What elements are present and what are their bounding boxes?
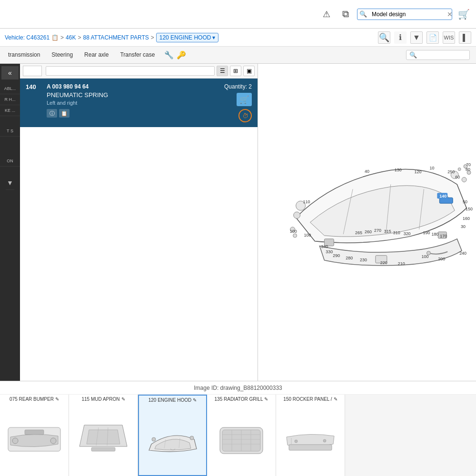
model-search-box: 🔍 ✕	[357, 9, 452, 20]
thumb-edit-icon-120[interactable]: ✎	[193, 397, 197, 403]
add-to-cart-btn[interactable]: 🛒	[237, 93, 252, 106]
svg-text:270: 270	[374, 228, 381, 233]
tab-search-box: 🔍	[406, 50, 470, 60]
svg-text:100: 100	[304, 233, 311, 238]
grid-view-btn[interactable]: ⊞	[230, 66, 241, 76]
thumb-edit-icon-075[interactable]: ✎	[55, 397, 59, 402]
breadcrumb-right: 🔍 ℹ ▼ 📄 WIS ▌	[378, 31, 471, 44]
svg-point-54	[12, 438, 18, 444]
breadcrumb-attachment[interactable]: 88 ATTACHMENT PARTS	[83, 34, 149, 41]
svg-text:315: 315	[384, 229, 391, 234]
tab-wrench-icon[interactable]: 🔧	[164, 50, 174, 60]
breadcrumb-bar: Vehicle: C463261 📋 > 46K > 88 ATTACHMENT…	[0, 29, 476, 47]
tab-search-input[interactable]	[419, 52, 466, 59]
thumb-img-135	[207, 403, 276, 476]
breadcrumb-current[interactable]: 120 ENGINE HOOD ▾	[156, 33, 219, 42]
svg-text:320: 320	[404, 231, 411, 236]
part-actions: Quantity: 2 🛒 ⏱	[224, 83, 252, 122]
svg-text:240: 240	[459, 251, 466, 256]
thumb-img-150	[276, 403, 345, 476]
print-icon[interactable]: 📄	[426, 31, 439, 44]
svg-text:340: 340	[321, 244, 328, 249]
sidebar-item-on[interactable]: ON	[0, 156, 20, 167]
svg-text:220: 220	[380, 260, 387, 265]
thumb-edit-icon-115[interactable]: ✎	[121, 397, 125, 402]
tab-transfer-case[interactable]: Transfer case	[114, 48, 160, 63]
more-icon[interactable]: ▌	[459, 31, 471, 44]
part-name: PNEUMATIC SPRING	[47, 91, 222, 99]
svg-point-6	[462, 177, 466, 182]
svg-text:100: 100	[290, 229, 297, 234]
thumb-label-115: 115 MUD APRON ✎	[69, 395, 138, 403]
breadcrumb-dropdown-icon: ▾	[212, 34, 215, 41]
parts-list-toolbar: ☰ ⊞ ▣	[20, 64, 258, 79]
svg-text:310: 310	[393, 230, 400, 235]
wis-icon[interactable]: WIS	[443, 31, 455, 44]
thumb-edit-icon-150[interactable]: ✎	[334, 397, 337, 402]
part-number-col	[23, 66, 42, 76]
cart-icon[interactable]: 🛒	[456, 7, 471, 22]
info-icon[interactable]: ℹ	[394, 31, 407, 44]
sidebar-item-abl[interactable]: ABL...	[0, 83, 20, 94]
thumb-edit-icon-135[interactable]: ✎	[264, 397, 268, 402]
sidebar-item-ke[interactable]: KE ...	[0, 105, 20, 116]
svg-text:260: 260	[365, 229, 372, 234]
breadcrumb-vehicle[interactable]: Vehicle: C463261	[5, 34, 50, 41]
zoom-icon[interactable]: 🔍	[378, 31, 390, 44]
svg-text:190: 190	[423, 230, 430, 235]
svg-text:230: 230	[360, 258, 367, 262]
thumbnail-115[interactable]: 115 MUD APRON ✎	[69, 395, 138, 476]
copy-icon[interactable]: ⧉	[338, 7, 353, 22]
thumb-label-120: 120 ENGINE HOOD ✎	[139, 396, 206, 404]
tab-key-icon[interactable]: 🔑	[177, 50, 186, 60]
svg-text:140: 140	[439, 194, 446, 198]
svg-point-60	[152, 437, 156, 441]
bottom-strip: Image ID: drawing_B88120000333 075 REAR …	[0, 381, 476, 476]
thumb-img-075	[0, 403, 69, 476]
part-doc-icon[interactable]: 📋	[59, 109, 69, 118]
part-info-icon[interactable]: ⓘ	[47, 109, 57, 118]
thumbnail-120[interactable]: 120 ENGINE HOOD ✎	[138, 395, 207, 476]
svg-text:330: 330	[326, 249, 333, 254]
compact-view-btn[interactable]: ▣	[243, 66, 255, 76]
collapse-btn[interactable]: «	[1, 66, 19, 79]
svg-text:290: 290	[333, 253, 340, 258]
tab-transmission[interactable]: transmission	[2, 48, 46, 63]
filter-icon[interactable]: ▼	[410, 31, 423, 44]
model-search-input[interactable]	[369, 9, 445, 20]
svg-text:100: 100	[422, 254, 429, 259]
sidebar-item-ts[interactable]: T S	[0, 126, 20, 137]
selected-part-row[interactable]: 140 A 003 980 94 64 PNEUMATIC SPRING Lef…	[20, 79, 258, 127]
tab-steering[interactable]: Steering	[46, 48, 79, 63]
breadcrumb-current-label: 120 ENGINE HOOD	[159, 34, 211, 41]
clock-btn[interactable]: ⏱	[238, 109, 252, 122]
sidebar-scroll-down[interactable]: ▼	[6, 176, 14, 190]
list-view-btn[interactable]: ☰	[217, 66, 228, 76]
vehicle-copy-icon[interactable]: 📋	[51, 34, 59, 41]
svg-point-9	[458, 168, 461, 171]
breadcrumb-46k[interactable]: 46K	[66, 34, 76, 41]
sep1: >	[60, 34, 64, 41]
thumb-label-135: 135 RADIATOR GRILL ✎	[207, 395, 276, 403]
hood-diagram-group	[290, 165, 471, 266]
svg-text:30: 30	[461, 224, 466, 229]
search-clear-btn[interactable]: ✕	[445, 10, 455, 18]
thumbnail-075[interactable]: 075 REAR BUMPER ✎	[0, 395, 69, 476]
svg-point-74	[323, 439, 326, 442]
svg-text:50: 50	[463, 199, 467, 204]
search-small-icon: 🔍	[357, 10, 369, 18]
svg-text:250: 250	[447, 169, 455, 174]
sidebar-item-rh[interactable]: R H...	[0, 94, 20, 105]
svg-point-73	[295, 440, 298, 443]
parts-search-input[interactable]	[46, 66, 215, 76]
image-id-bar: Image ID: drawing_B88120000333	[0, 381, 476, 395]
thumbnail-135[interactable]: 135 RADIATOR GRILL ✎	[207, 395, 276, 476]
part-icons: ⓘ 📋	[47, 109, 222, 118]
warning-icon[interactable]: ⚠	[319, 7, 334, 22]
svg-text:160: 160	[463, 216, 470, 221]
svg-text:180: 180	[431, 232, 438, 237]
svg-text:210: 210	[398, 261, 405, 266]
tab-rear-axle[interactable]: Rear axle	[79, 48, 114, 63]
thumbnail-150[interactable]: 150 ROCKER PANEL / ✎	[276, 395, 345, 476]
engine-hood-diagram: 250 60 80 70 10 120 130 40 140 50 150 16…	[258, 64, 476, 381]
